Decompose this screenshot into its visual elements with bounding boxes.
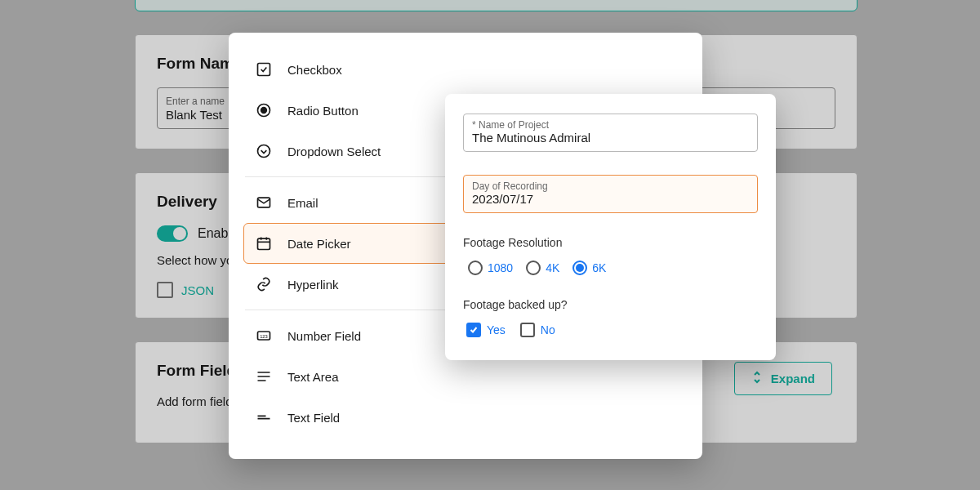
radio-icon xyxy=(572,261,587,275)
resolution-radio-group: 1080 4K 6K xyxy=(463,261,758,275)
checkbox-icon xyxy=(466,323,481,337)
menu-label: Number Field xyxy=(287,329,361,343)
menu-item-textarea[interactable]: Text Area xyxy=(243,356,688,397)
backed-up-no[interactable]: No xyxy=(520,323,555,337)
field-preview-panel: * Name of Project The Mutinous Admiral D… xyxy=(445,94,776,360)
menu-label: Checkbox xyxy=(287,63,342,77)
resolution-option-6k[interactable]: 6K xyxy=(572,261,606,275)
resolution-option-4k[interactable]: 4K xyxy=(526,261,559,275)
menu-item-textfield[interactable]: Text Field xyxy=(243,397,688,438)
email-icon xyxy=(255,194,273,212)
checkbox-label: Yes xyxy=(487,323,506,336)
radio-label: 6K xyxy=(592,261,606,274)
menu-label: Date Picker xyxy=(287,237,351,251)
resolution-option-1080[interactable]: 1080 xyxy=(468,261,513,275)
dropdown-icon xyxy=(255,142,273,160)
number-icon: 123 xyxy=(255,327,273,345)
menu-label: Text Area xyxy=(287,370,339,384)
svg-point-4 xyxy=(258,145,270,158)
checkbox-icon xyxy=(255,60,273,78)
menu-label: Radio Button xyxy=(287,104,359,118)
menu-label: Hyperlink xyxy=(287,278,339,292)
backed-up-yes[interactable]: Yes xyxy=(466,323,506,337)
radio-label: 1080 xyxy=(488,261,513,274)
textfield-icon xyxy=(255,408,273,426)
menu-label: Text Field xyxy=(287,411,340,425)
project-name-field[interactable]: * Name of Project The Mutinous Admiral xyxy=(463,114,758,152)
menu-label: Email xyxy=(287,196,318,210)
radio-icon xyxy=(468,261,483,275)
recording-date-label: Day of Recording xyxy=(472,180,749,192)
menu-item-checkbox[interactable]: Checkbox xyxy=(243,49,688,90)
recording-date-value: 2023/07/17 xyxy=(472,192,749,206)
project-name-value: The Mutinous Admiral xyxy=(472,131,749,145)
backed-up-group: Yes No xyxy=(463,323,758,337)
svg-point-3 xyxy=(261,108,267,114)
svg-rect-6 xyxy=(258,238,270,249)
svg-text:123: 123 xyxy=(260,334,268,339)
checkbox-label: No xyxy=(541,323,555,336)
backed-up-label: Footage backed up? xyxy=(463,298,758,311)
svg-rect-1 xyxy=(258,64,270,76)
checkbox-icon xyxy=(520,323,535,337)
calendar-icon xyxy=(255,234,273,252)
link-icon xyxy=(255,275,273,293)
textarea-icon xyxy=(255,368,273,385)
radio-label: 4K xyxy=(546,261,559,274)
menu-label: Dropdown Select xyxy=(287,145,381,158)
recording-date-field[interactable]: Day of Recording 2023/07/17 xyxy=(463,175,758,213)
project-name-label: * Name of Project xyxy=(472,119,749,131)
radio-icon xyxy=(526,261,541,275)
resolution-label: Footage Resolution xyxy=(463,236,758,249)
radio-icon xyxy=(255,101,273,119)
